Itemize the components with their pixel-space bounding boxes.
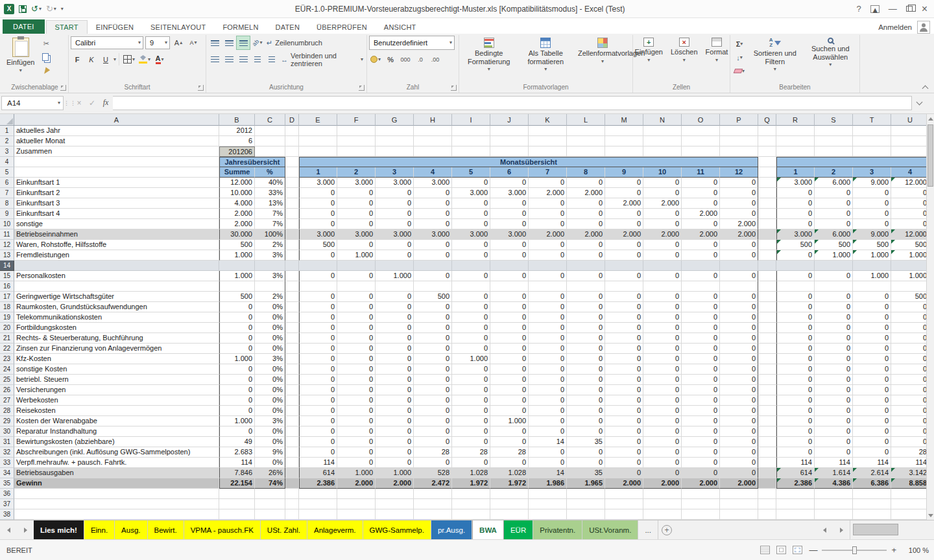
cell-L33[interactable]: 0 xyxy=(567,458,605,468)
cell-E2[interactable] xyxy=(299,136,337,146)
cell-J25[interactable]: 0 xyxy=(490,375,529,385)
cell-D19[interactable] xyxy=(285,312,299,323)
cell-N24[interactable]: 0 xyxy=(643,364,682,375)
cell-Q27[interactable] xyxy=(758,395,776,406)
cell-O3[interactable] xyxy=(682,146,720,157)
cell-R38[interactable] xyxy=(776,509,815,520)
cell-U30[interactable]: 0 xyxy=(891,426,926,437)
cell-B19[interactable]: 0 xyxy=(219,312,255,323)
sign-in-link[interactable]: Anmelden xyxy=(878,23,912,31)
cell-T30[interactable]: 0 xyxy=(853,426,891,437)
cell-C27[interactable]: 0% xyxy=(255,395,285,406)
cell-N6[interactable]: 0 xyxy=(643,178,682,188)
cell-E8[interactable]: 0 xyxy=(299,198,337,209)
cell-I29[interactable]: 0 xyxy=(452,416,490,426)
cell-J28[interactable]: 0 xyxy=(490,406,529,416)
cell-A1[interactable]: aktuelles Jahr xyxy=(14,126,219,136)
cell-T24[interactable]: 0 xyxy=(853,364,891,375)
cell-L3[interactable] xyxy=(567,146,605,157)
cell-F31[interactable]: 0 xyxy=(337,437,376,447)
cell-E17[interactable]: 0 xyxy=(299,292,337,302)
col-header-D[interactable]: D xyxy=(285,114,299,126)
cell-A11[interactable]: Betriebseinnahmen xyxy=(14,229,219,240)
cell-C12[interactable]: 2% xyxy=(255,240,285,250)
cell-B30[interactable]: 0 xyxy=(219,426,255,437)
cell-N31[interactable]: 0 xyxy=(643,437,682,447)
cell-A28[interactable]: Reisekosten xyxy=(14,406,219,416)
horizontal-scroll-thumb[interactable] xyxy=(853,524,898,535)
cell-C25[interactable]: 0% xyxy=(255,375,285,385)
cell-T20[interactable]: 0 xyxy=(853,323,891,333)
cell-U13[interactable]: 1.000 xyxy=(891,250,926,261)
cell-B37[interactable] xyxy=(219,499,255,509)
cell-G16[interactable] xyxy=(376,281,414,292)
cell-M19[interactable]: 0 xyxy=(605,312,643,323)
cell-M6[interactable]: 0 xyxy=(605,178,643,188)
cell-K29[interactable]: 0 xyxy=(529,416,567,426)
col-header-N[interactable]: N xyxy=(643,114,682,126)
cell-D20[interactable] xyxy=(285,323,299,333)
cell-L14[interactable] xyxy=(567,261,605,271)
cell-C30[interactable]: 0% xyxy=(255,426,285,437)
cell-D11[interactable] xyxy=(285,229,299,240)
cell-C33[interactable]: 0% xyxy=(255,458,285,468)
cell-P24[interactable]: 0 xyxy=(720,364,758,375)
cell-R23[interactable]: 0 xyxy=(776,354,815,364)
cell-C6[interactable]: 40% xyxy=(255,178,285,188)
cell-H3[interactable] xyxy=(414,146,452,157)
cell-L16[interactable] xyxy=(567,281,605,292)
clear-button[interactable]: ▾ xyxy=(732,64,747,78)
cell-S18[interactable]: 0 xyxy=(815,302,853,312)
cell-R17[interactable]: 0 xyxy=(776,292,815,302)
cell-J12[interactable]: 0 xyxy=(490,240,529,250)
cell-F22[interactable]: 0 xyxy=(337,344,376,354)
cell-L31[interactable]: 35 xyxy=(567,437,605,447)
cell-B27[interactable]: 0 xyxy=(219,395,255,406)
cell-C1[interactable] xyxy=(255,126,285,136)
cell-L9[interactable]: 0 xyxy=(567,209,605,219)
cell-Q5[interactable] xyxy=(758,167,776,178)
cell-E22[interactable]: 0 xyxy=(299,344,337,354)
cell-N1[interactable] xyxy=(643,126,682,136)
cell-G11[interactable]: 3.000 xyxy=(376,229,414,240)
cell-K21[interactable]: 0 xyxy=(529,333,567,344)
cell-I15[interactable]: 0 xyxy=(452,271,490,281)
cell-C37[interactable] xyxy=(255,499,285,509)
cell-K7[interactable]: 2.000 xyxy=(529,188,567,198)
cell-F3[interactable] xyxy=(337,146,376,157)
cell-B14[interactable] xyxy=(219,261,255,271)
cell-I12[interactable]: 0 xyxy=(452,240,490,250)
dialog-launcher-icon[interactable] xyxy=(359,85,365,91)
cell-O31[interactable]: 0 xyxy=(682,437,720,447)
cell-G20[interactable]: 0 xyxy=(376,323,414,333)
cell-J2[interactable] xyxy=(490,136,529,146)
col-header-F[interactable]: F xyxy=(337,114,376,126)
col-header-S[interactable]: S xyxy=(815,114,853,126)
cell-H32[interactable]: 28 xyxy=(414,447,452,458)
cell-O18[interactable]: 0 xyxy=(682,302,720,312)
cell-M2[interactable] xyxy=(605,136,643,146)
cell-O10[interactable]: 0 xyxy=(682,219,720,229)
cell-I27[interactable]: 0 xyxy=(452,395,490,406)
cell-R25[interactable]: 0 xyxy=(776,375,815,385)
cell-C20[interactable]: 0% xyxy=(255,323,285,333)
cell-Q1[interactable] xyxy=(758,126,776,136)
cell-U2[interactable] xyxy=(891,136,926,146)
cell-D23[interactable] xyxy=(285,354,299,364)
cell-H38[interactable] xyxy=(414,509,452,520)
cell-M5[interactable]: 9 xyxy=(605,167,643,178)
cell-B8[interactable]: 4.000 xyxy=(219,198,255,209)
cell-G30[interactable]: 0 xyxy=(376,426,414,437)
row-header-4[interactable]: 4 xyxy=(0,157,14,167)
cell-D8[interactable] xyxy=(285,198,299,209)
cell-J21[interactable]: 0 xyxy=(490,333,529,344)
cell-U36[interactable] xyxy=(891,489,926,499)
cell-Q22[interactable] xyxy=(758,344,776,354)
cell-D9[interactable] xyxy=(285,209,299,219)
col-header-R[interactable]: R xyxy=(776,114,815,126)
cell-U17[interactable]: 500 xyxy=(891,292,926,302)
cell-E37[interactable] xyxy=(299,499,337,509)
cell-S5[interactable]: 2 xyxy=(815,167,853,178)
cell-B9[interactable]: 2.000 xyxy=(219,209,255,219)
ribbon-tab-überprüfen[interactable]: ÜBERPRÜFEN xyxy=(308,21,376,34)
